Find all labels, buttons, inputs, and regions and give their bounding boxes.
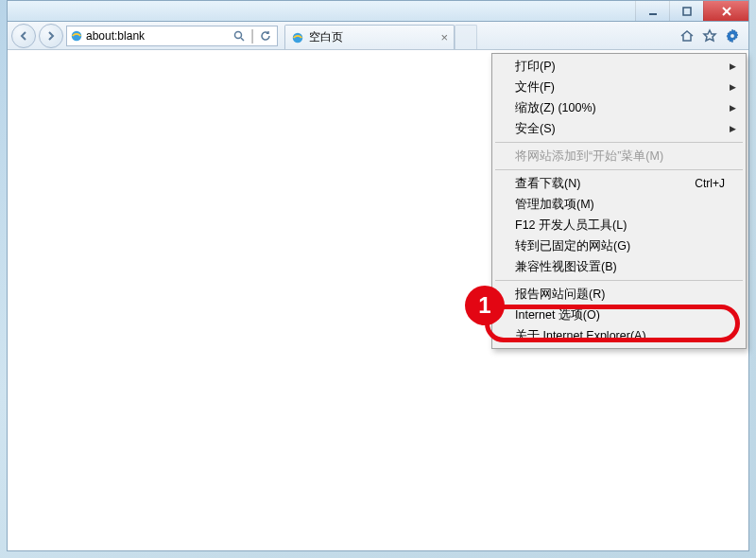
page-content: 打印(P)▶ 文件(F)▶ 缩放(Z) (100%)▶ 安全(S)▶ 将网站添加… (8, 50, 748, 550)
browser-window: | 空白页 × (7, 21, 749, 551)
menu-add-to-start: 将网站添加到“开始”菜单(M) (494, 146, 744, 166)
submenu-arrow-icon: ▶ (730, 82, 736, 92)
menu-shortcut: Ctrl+J (695, 177, 725, 190)
submenu-arrow-icon: ▶ (730, 103, 736, 113)
menu-separator (495, 169, 743, 170)
ie-logo-icon (291, 31, 304, 44)
submenu-arrow-icon: ▶ (730, 124, 736, 133)
menu-safety[interactable]: 安全(S)▶ (494, 118, 744, 139)
menu-compat-view[interactable]: 兼容性视图设置(B) (494, 256, 744, 277)
menu-view-downloads[interactable]: 查看下载(N) Ctrl+J (494, 173, 744, 194)
submenu-arrow-icon: ▶ (730, 61, 736, 71)
menu-print[interactable]: 打印(P)▶ (494, 56, 744, 77)
browser-toolbar: | 空白页 × (8, 22, 748, 50)
address-bar[interactable]: | (66, 26, 278, 46)
menu-manage-addons[interactable]: 管理加载项(M) (494, 194, 744, 215)
maximize-button[interactable] (669, 1, 703, 21)
svg-marker-8 (704, 30, 715, 41)
home-icon[interactable] (679, 27, 696, 44)
menu-report-problem[interactable]: 报告网站问题(R) (494, 284, 744, 305)
back-button[interactable] (11, 24, 36, 48)
menu-internet-options[interactable]: Internet 选项(O) (494, 305, 744, 325)
menu-f12-devtools[interactable]: F12 开发人员工具(L) (494, 215, 744, 235)
window-titlebar (7, 0, 749, 21)
svg-line-6 (241, 38, 244, 41)
tools-menu: 打印(P)▶ 文件(F)▶ 缩放(Z) (100%)▶ 安全(S)▶ 将网站添加… (491, 53, 747, 349)
gear-icon[interactable] (724, 27, 741, 44)
menu-separator (495, 142, 743, 143)
minimize-button[interactable] (635, 1, 669, 21)
ie-logo-icon (70, 29, 83, 43)
svg-point-5 (235, 31, 242, 38)
menu-file[interactable]: 文件(F)▶ (494, 77, 744, 97)
search-icon[interactable] (231, 27, 248, 44)
svg-rect-1 (683, 8, 691, 15)
close-button[interactable] (703, 1, 748, 21)
menu-pinned-sites[interactable]: 转到已固定的网站(G) (494, 235, 744, 256)
favorites-icon[interactable] (701, 27, 718, 44)
toolbar-right-icons (679, 27, 745, 44)
tab-active[interactable]: 空白页 × (284, 25, 455, 49)
refresh-icon[interactable] (257, 27, 274, 44)
tab-close-icon[interactable]: × (441, 30, 449, 44)
new-tab-button[interactable] (455, 25, 477, 49)
forward-button[interactable] (39, 24, 63, 48)
tab-strip: 空白页 × (284, 22, 676, 49)
svg-point-9 (730, 33, 735, 38)
address-input[interactable] (86, 29, 228, 43)
tab-title: 空白页 (309, 29, 343, 45)
menu-separator (495, 280, 743, 281)
menu-zoom[interactable]: 缩放(Z) (100%)▶ (494, 97, 744, 118)
menu-about-ie[interactable]: 关于 Internet Explorer(A) (494, 325, 744, 346)
